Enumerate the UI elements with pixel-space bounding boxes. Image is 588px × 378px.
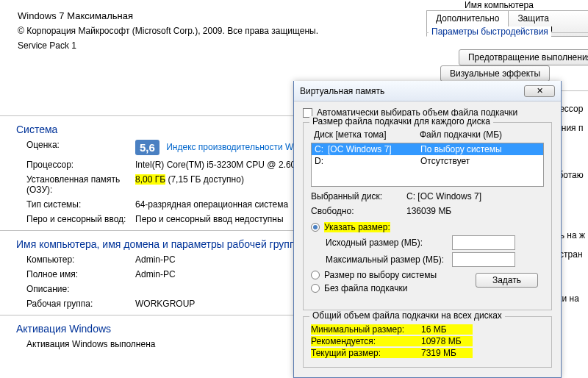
radio-custom-label: Указать размер: bbox=[324, 222, 390, 232]
selected-drive-label: Выбранный диск: bbox=[311, 191, 406, 202]
max-size-label: Максимальный размер (МБ): bbox=[326, 254, 452, 265]
ram-label: Установленная память (ОЗУ): bbox=[18, 174, 135, 195]
per-drive-title: Размер файла подкачки для каждого диска bbox=[309, 116, 493, 126]
radio-icon bbox=[311, 271, 320, 279]
ram-value: 8,00 ГБ bbox=[135, 174, 165, 185]
ram-available: (7,15 ГБ доступно) bbox=[168, 174, 244, 185]
drive-row-c[interactable]: C: [OC Windows 7] По выбору системы bbox=[312, 143, 543, 155]
virtual-memory-dialog: Виртуальная память ✕ Автоматически выбир… bbox=[293, 81, 562, 378]
per-drive-group: Размер файла подкачки для каждого диска … bbox=[303, 122, 552, 310]
radio-custom-size[interactable]: Указать размер: bbox=[311, 222, 544, 232]
systype-label: Тип системы: bbox=[18, 199, 135, 210]
radio-icon bbox=[311, 223, 320, 232]
max-size-input[interactable] bbox=[452, 252, 515, 267]
dialog-titlebar[interactable]: Виртуальная память ✕ bbox=[294, 81, 561, 101]
col-drive: Диск [метка тома] bbox=[314, 129, 420, 140]
drive-row-d[interactable]: D: Отсутствует bbox=[312, 155, 543, 167]
min-size-label: Минимальный размер: bbox=[311, 324, 421, 335]
cpu-label: Процессор: bbox=[18, 160, 135, 170]
cur-size-value: 7319 МБ bbox=[421, 348, 473, 358]
initial-size-label: Исходный размер (МБ): bbox=[326, 238, 452, 248]
selected-drive-value: C: [OC Windows 7] bbox=[406, 191, 544, 202]
cur-size-label: Текущий размер: bbox=[311, 348, 421, 358]
free-space-label: Свободно: bbox=[311, 206, 406, 216]
workgroup-label: Рабочая группа: bbox=[18, 299, 135, 309]
dialog-title: Виртуальная память bbox=[300, 86, 524, 96]
os-edition: Windows 7 Максимальная bbox=[18, 10, 429, 21]
radio-system-label: Размер по выбору системы bbox=[324, 270, 437, 280]
computer-label: Компьютер: bbox=[18, 254, 135, 265]
service-pack: Service Pack 1 bbox=[18, 40, 429, 51]
rating-label: Оценка: bbox=[18, 140, 135, 155]
set-button[interactable]: Задать bbox=[476, 273, 538, 288]
radio-none-label: Без файла подкачки bbox=[324, 283, 407, 293]
close-icon: ✕ bbox=[537, 86, 543, 96]
wei-score-badge[interactable]: 5,6 bbox=[135, 140, 159, 155]
copyright-text: © Корпорация Майкрософт (Microsoft Corp.… bbox=[18, 26, 429, 36]
close-button[interactable]: ✕ bbox=[524, 85, 555, 97]
dep-tab-button[interactable]: Предотвращение выполнения данных bbox=[459, 49, 588, 65]
totals-title: Общий объем файла подкачки на всех диска… bbox=[309, 310, 505, 321]
perf-options-title: Параметры быстродействия bbox=[429, 26, 551, 37]
activation-status: Активация Windows выполнена bbox=[18, 339, 155, 349]
fullname-label: Полное имя: bbox=[18, 269, 135, 279]
pen-label: Перо и сенсорный ввод: bbox=[18, 214, 135, 224]
visual-effects-tab-button[interactable]: Визуальные эффекты bbox=[440, 65, 550, 82]
min-size-value: 16 МБ bbox=[421, 324, 473, 335]
desc-label: Описание: bbox=[18, 284, 135, 294]
drive-list[interactable]: C: [OC Windows 7] По выбору системы D: О… bbox=[311, 143, 544, 187]
col-swap: Файл подкачки (МБ) bbox=[420, 129, 541, 140]
tab-computer-name: Имя компьютера bbox=[465, 0, 534, 10]
radio-icon bbox=[311, 284, 320, 293]
rec-size-label: Рекомендуется: bbox=[311, 336, 421, 346]
totals-group: Общий объем файла подкачки на всех диска… bbox=[303, 316, 552, 368]
free-space-value: 136039 МБ bbox=[406, 206, 544, 216]
rec-size-value: 10978 МБ bbox=[421, 336, 473, 346]
drive-table-header: Диск [метка тома] Файл подкачки (МБ) bbox=[311, 129, 544, 140]
initial-size-input[interactable] bbox=[452, 235, 515, 250]
